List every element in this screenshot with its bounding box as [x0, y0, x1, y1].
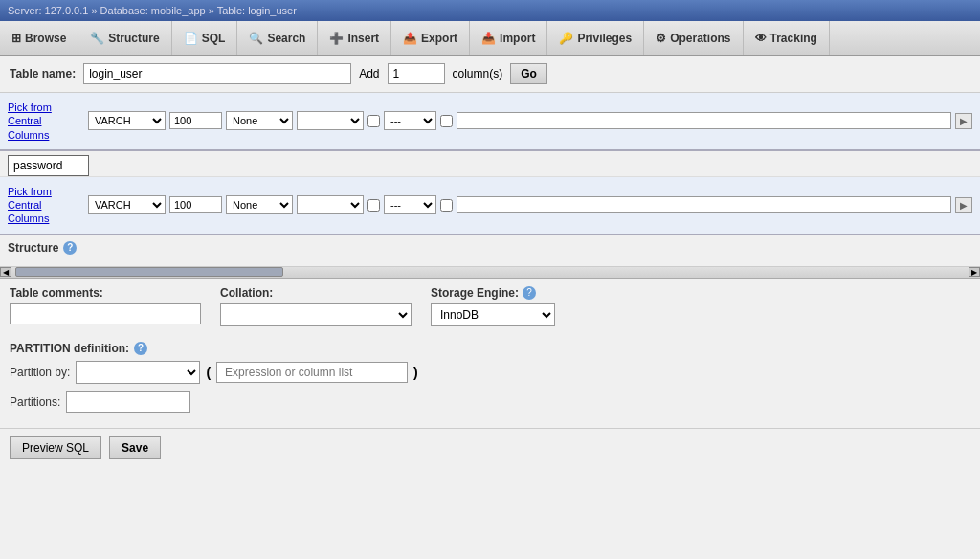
partitions-row: Partitions:: [10, 391, 970, 413]
scroll-left-arrow[interactable]: ◀: [0, 267, 11, 277]
save-button[interactable]: Save: [109, 436, 161, 459]
column1-length-input[interactable]: [169, 112, 222, 129]
partition-by-label: Partition by:: [10, 366, 70, 379]
nav-privileges[interactable]: 🔑 Privileges: [547, 21, 644, 55]
column2-name-input[interactable]: [8, 155, 89, 176]
column1-row: Pick from CentralColumns VARCHINTTEXTDAT…: [8, 101, 972, 142]
structure-section: Structure ?: [0, 235, 980, 267]
storage-engine-select[interactable]: InnoDB MyISAM MEMORY CSV ARCHIVE: [431, 303, 555, 326]
nav-export[interactable]: 📤 Export: [391, 21, 470, 55]
column2-length-input[interactable]: [169, 196, 222, 213]
go-button[interactable]: Go: [510, 63, 547, 84]
partitions-input[interactable]: [66, 391, 190, 413]
pick-from-link-2[interactable]: Pick from: [8, 185, 52, 198]
nav-sql[interactable]: 📄 SQL: [172, 21, 238, 55]
column1-dash-select[interactable]: ---BINARYUNICODE: [384, 111, 436, 130]
operations-icon: ⚙: [656, 32, 666, 45]
scroll-right-arrow[interactable]: ▶: [969, 267, 980, 277]
columns-label: column(s): [453, 67, 503, 80]
column2-dash-select[interactable]: ---BINARYUNICODE: [384, 195, 436, 214]
collation-group: Collation: utf8_general_ci utf8mb4_unico…: [220, 286, 412, 326]
bottom-buttons: Preview SQL Save: [0, 428, 980, 467]
browse-icon: ⊞: [11, 32, 21, 45]
column1-null-checkbox[interactable]: [368, 115, 380, 127]
open-paren: (: [206, 365, 211, 380]
import-icon: 📥: [481, 32, 496, 45]
storage-engine-group: Storage Engine: ? InnoDB MyISAM MEMORY C…: [431, 286, 555, 326]
table-comments-input[interactable]: [10, 303, 201, 324]
tracking-icon: 👁: [755, 32, 767, 45]
nav-insert[interactable]: ➕ Insert: [318, 21, 391, 55]
partition-expr-input[interactable]: [216, 362, 408, 383]
nav-search[interactable]: 🔍 Search: [237, 21, 318, 55]
nav-browse[interactable]: ⊞ Browse: [0, 21, 78, 55]
column1-extra-select[interactable]: [297, 111, 364, 130]
partitions-label: Partitions:: [10, 395, 60, 409]
title-text: Server: 127.0.0.1 » Database: mobile_app…: [8, 5, 297, 16]
column2-comment-input[interactable]: [457, 196, 951, 213]
preview-sql-button[interactable]: Preview SQL: [10, 436, 101, 459]
nav-toolbar: ⊞ Browse 🔧 Structure 📄 SQL 🔍 Search ➕ In…: [0, 21, 980, 56]
partition-by-select[interactable]: HASH KEY RANGE LIST: [76, 361, 200, 384]
nav-tracking[interactable]: 👁 Tracking: [744, 21, 830, 55]
horizontal-scrollbar[interactable]: ◀ ▶: [0, 267, 980, 279]
column1-default-select[interactable]: NoneAs definedNULL: [226, 111, 293, 130]
partition-section: PARTITION definition: ? Partition by: HA…: [0, 334, 980, 428]
column1-ai-checkbox[interactable]: [440, 115, 453, 127]
main-content: Table name: Add column(s) Go Pick from C…: [0, 56, 980, 559]
structure-help-icon[interactable]: ?: [63, 241, 77, 255]
pick-from-container-2: Pick from CentralColumns: [8, 185, 84, 226]
close-paren: ): [413, 365, 418, 380]
central-columns-link-2[interactable]: CentralColumns: [8, 198, 49, 226]
nav-import[interactable]: 📥 Import: [470, 21, 547, 55]
partition-definition-label: PARTITION definition:: [10, 342, 129, 355]
storage-engine-help-icon[interactable]: ?: [523, 286, 536, 300]
table-options-row: Table comments: Collation: utf8_general_…: [0, 279, 980, 334]
table-name-input[interactable]: [83, 63, 351, 84]
structure-nav-icon: 🔧: [90, 32, 104, 45]
structure-label: Structure: [8, 241, 58, 255]
export-icon: 📤: [403, 32, 417, 45]
table-info-row: Table name: Add column(s) Go: [0, 56, 980, 93]
insert-icon: ➕: [329, 32, 344, 45]
title-bar: Server: 127.0.0.1 » Database: mobile_app…: [0, 0, 980, 21]
partition-by-row: Partition by: HASH KEY RANGE LIST ( ): [10, 361, 970, 384]
column2-ai-checkbox[interactable]: [440, 199, 453, 212]
sql-icon: 📄: [184, 32, 198, 45]
partition-definition-header: PARTITION definition: ?: [10, 342, 970, 355]
column1-type-select[interactable]: VARCHINTTEXTDATE DATETIMEFLOATBOOLCHAR: [88, 111, 166, 130]
pick-from-link-1[interactable]: Pick from: [8, 101, 52, 114]
column1-section: Pick from CentralColumns VARCHINTTEXTDAT…: [0, 93, 980, 151]
add-label: Add: [359, 67, 379, 80]
structure-section-header: Structure ?: [8, 241, 972, 255]
collation-label: Collation:: [220, 286, 412, 300]
table-comments-label: Table comments:: [10, 286, 201, 300]
column2-row: Pick from CentralColumns VARCHINTTEXTDAT…: [8, 185, 972, 226]
collation-select[interactable]: utf8_general_ci utf8mb4_unicode_ci latin…: [220, 303, 412, 326]
column2-default-select[interactable]: NoneAs definedNULL: [226, 195, 293, 214]
storage-engine-label: Storage Engine:: [431, 286, 519, 300]
table-comments-group: Table comments:: [10, 286, 201, 324]
column1-more-btn[interactable]: ▶: [955, 113, 972, 129]
column1-comment-input[interactable]: [457, 112, 951, 129]
central-columns-link-1[interactable]: CentralColumns: [8, 114, 49, 142]
partition-help-icon[interactable]: ?: [134, 342, 147, 355]
nav-structure[interactable]: 🔧 Structure: [78, 21, 171, 55]
add-columns-input[interactable]: [388, 63, 445, 84]
column2-type-select[interactable]: VARCHINTTEXTDATE DATETIMEFLOATBOOLCHAR: [88, 195, 166, 214]
column2-extra-select[interactable]: [297, 195, 364, 214]
scroll-thumb[interactable]: [15, 267, 283, 277]
search-icon: 🔍: [249, 32, 263, 45]
table-name-label: Table name:: [10, 67, 76, 80]
nav-operations[interactable]: ⚙ Operations: [644, 21, 743, 55]
pick-from-container-1: Pick from CentralColumns: [8, 101, 84, 142]
column2-null-checkbox[interactable]: [368, 199, 380, 212]
column2-more-btn[interactable]: ▶: [955, 197, 972, 213]
privileges-icon: 🔑: [559, 32, 573, 45]
column2-section: Pick from CentralColumns VARCHINTTEXTDAT…: [0, 177, 980, 235]
